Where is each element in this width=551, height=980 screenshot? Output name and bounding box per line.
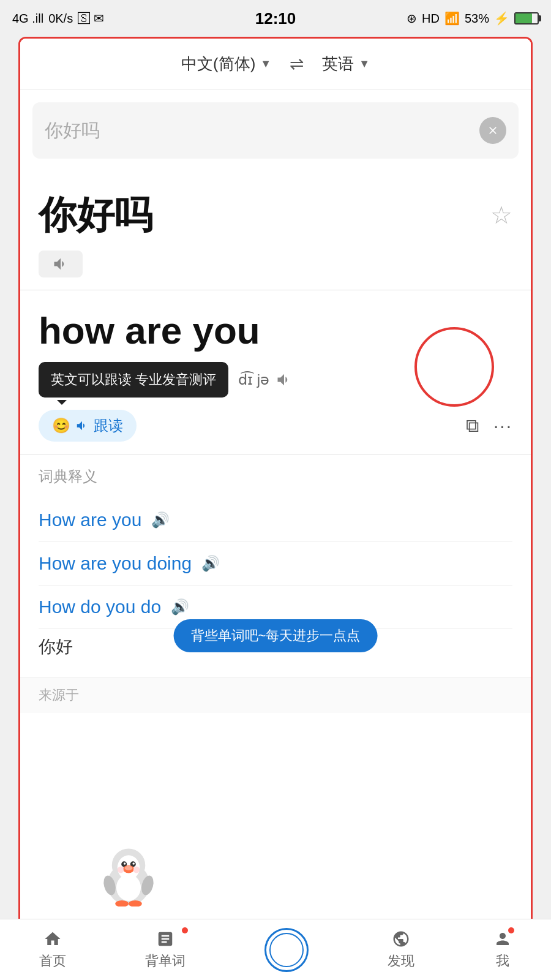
- nav-discover-label: 发现: [388, 952, 414, 970]
- charging-icon: ⚡: [494, 11, 509, 26]
- svg-point-5: [124, 862, 126, 865]
- nav-home-label: 首页: [39, 952, 66, 970]
- center-nav-inner: [269, 933, 304, 967]
- source-lang-selector[interactable]: 中文(简体) ▼: [181, 53, 271, 75]
- nav-item-me[interactable]: 我: [493, 930, 512, 970]
- dict-item-speaker-3[interactable]: 🔊: [171, 598, 189, 616]
- wifi-icon: 📶: [444, 11, 460, 26]
- network-speed: 0K/s: [48, 12, 73, 26]
- input-placeholder: 你好吗: [45, 118, 479, 143]
- translation-section: how are you 英文可以跟读 专业发音测评 d͡ɪ jə 😊 跟读 ⧉: [20, 290, 531, 454]
- battery-percent: 53%: [465, 12, 489, 26]
- mascot-area: [98, 845, 171, 919]
- status-time: 12:10: [255, 9, 296, 28]
- notification-icons: 🅂 ✉: [78, 11, 104, 26]
- source-info-text: 来源于: [39, 687, 79, 703]
- dict-item-text-3[interactable]: How do you do: [39, 597, 161, 617]
- input-area[interactable]: 你好吗: [32, 102, 519, 159]
- dict-item-speaker-2[interactable]: 🔊: [201, 555, 220, 572]
- nav-item-vocab[interactable]: 背单词: [145, 930, 186, 970]
- nav-item-discover[interactable]: 发现: [388, 930, 414, 970]
- target-lang-arrow: ▼: [359, 58, 370, 70]
- follow-read-tooltip: 英文可以跟读 专业发音测评: [39, 362, 228, 398]
- follow-read-row: 😊 跟读 ⧉ ···: [39, 410, 512, 442]
- dict-section: 词典释义 How are you 🔊 How are you doing 🔊 H…: [20, 454, 531, 677]
- signal-text: 4G .ill: [12, 12, 43, 26]
- bluetooth-icon: ⊛: [407, 11, 417, 26]
- source-info: 来源于: [20, 677, 531, 713]
- target-lang-label: 英语: [322, 53, 354, 75]
- nav-me-label: 我: [496, 952, 509, 970]
- nav-vocab-label: 背单词: [145, 952, 186, 970]
- favorite-button[interactable]: ☆: [490, 201, 512, 229]
- dict-item-text-1[interactable]: How are you: [39, 510, 141, 530]
- svg-point-8: [125, 866, 133, 870]
- hd-badge: HD: [422, 12, 440, 26]
- dict-item-1: How are you 🔊: [39, 499, 512, 542]
- bottom-nav: 首页 背单词 发现 我: [0, 919, 551, 980]
- status-right: ⊛ HD 📶 53% ⚡: [407, 11, 539, 26]
- center-nav-button[interactable]: [264, 928, 309, 972]
- status-bar: 4G .ill 0K/s 🅂 ✉ 12:10 ⊛ HD 📶 53% ⚡: [0, 0, 551, 37]
- phonetic-speaker-icon[interactable]: [276, 371, 293, 388]
- vocab-icon: [156, 930, 174, 948]
- battery-icon: [514, 12, 539, 24]
- close-icon: [487, 124, 499, 137]
- dict-item-2: How are you doing 🔊: [39, 542, 512, 586]
- nav-item-center[interactable]: [264, 928, 309, 972]
- swap-lang-button[interactable]: ⇌: [283, 54, 310, 74]
- dict-section-title: 词典释义: [39, 467, 512, 486]
- speaker-icon: [52, 255, 69, 273]
- smiley-icon: 😊: [52, 417, 70, 434]
- svg-point-9: [118, 867, 124, 873]
- phonetic-text: d͡ɪ jə: [238, 371, 269, 388]
- target-lang-selector[interactable]: 英语 ▼: [322, 53, 370, 75]
- vocab-reminder-tooltip: 背些单词吧~每天进步一点点: [174, 619, 378, 652]
- follow-read-label: 跟读: [94, 416, 123, 435]
- source-section: 你好吗 ☆: [20, 171, 531, 290]
- source-speaker-button[interactable]: [39, 251, 83, 277]
- phonetic-area: d͡ɪ jə: [238, 371, 293, 388]
- vocab-notification-dot: [182, 927, 188, 933]
- follow-read-button[interactable]: 😊 跟读: [39, 410, 137, 442]
- dict-item-text-2[interactable]: How are you doing: [39, 553, 192, 574]
- clear-button[interactable]: [479, 117, 506, 144]
- tooltip-container: 英文可以跟读 专业发音测评 d͡ɪ jə: [39, 362, 512, 398]
- svg-point-11: [116, 874, 141, 901]
- lang-bar: 中文(简体) ▼ ⇌ 英语 ▼: [20, 39, 531, 90]
- follow-read-speaker-icon: [75, 419, 89, 432]
- nav-item-home[interactable]: 首页: [39, 930, 66, 970]
- action-icons: ⧉ ···: [466, 415, 512, 437]
- translation-result: how are you: [39, 309, 512, 352]
- home-icon: [43, 930, 62, 948]
- source-text-row: 你好吗 ☆: [39, 189, 512, 241]
- source-chinese-text: 你好吗: [39, 189, 152, 241]
- svg-point-10: [133, 867, 140, 873]
- copy-button[interactable]: ⧉: [466, 415, 479, 437]
- source-lang-arrow: ▼: [260, 58, 271, 70]
- source-lang-label: 中文(简体): [181, 53, 255, 75]
- more-options-button[interactable]: ···: [493, 415, 512, 436]
- app-container: 中文(简体) ▼ ⇌ 英语 ▼ 你好吗 你好吗 ☆ how are you: [18, 37, 533, 943]
- dict-item-speaker-1[interactable]: 🔊: [151, 511, 170, 529]
- status-left: 4G .ill 0K/s 🅂 ✉: [12, 11, 104, 26]
- svg-point-6: [132, 862, 135, 865]
- penguin-mascot: [98, 845, 159, 907]
- discover-icon: [392, 930, 410, 948]
- me-notification-dot: [508, 927, 514, 933]
